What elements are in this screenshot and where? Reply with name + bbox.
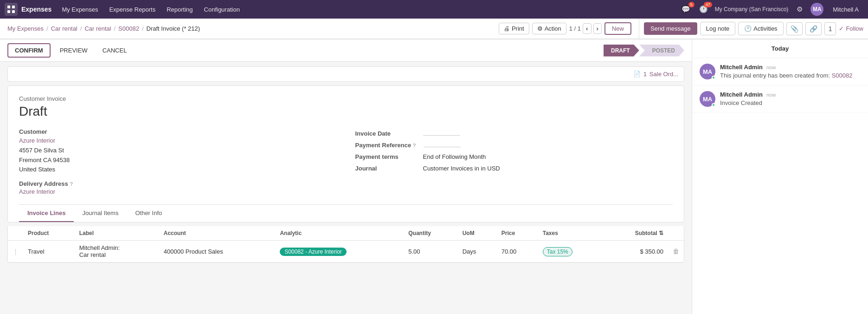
user-name-label[interactable]: Mitchell A — [828, 4, 863, 15]
journal-in: in — [475, 165, 479, 172]
msg-link-s00082[interactable]: S00082 — [832, 72, 853, 79]
row-label[interactable]: Mitchell Admin: Car rental — [75, 241, 159, 262]
row-price[interactable]: 70.00 — [497, 241, 538, 262]
invoice-date-value[interactable] — [423, 135, 460, 136]
row-account[interactable]: 400000 Product Sales — [159, 241, 276, 262]
invoice-type-label: Customer Invoice — [19, 95, 673, 102]
tab-other-info[interactable]: Other Info — [127, 205, 170, 222]
row-analytic[interactable]: S00082 - Azure Interior — [275, 241, 404, 262]
col-uom: UoM — [458, 226, 497, 241]
payment-ref-row: Payment Reference ? — [355, 142, 673, 149]
customer-address-1: 4557 De Silva St — [19, 146, 337, 156]
tab-journal-items[interactable]: Journal Items — [74, 205, 127, 222]
col-analytic: Analytic — [275, 226, 404, 241]
follow-button[interactable]: ✓ Follow — [839, 25, 863, 32]
settings-icon[interactable]: ⚙ — [793, 3, 806, 16]
col-quantity: Quantity — [404, 226, 457, 241]
chatter-message-body-2: Mitchell Admin now Invoice Created — [720, 91, 861, 107]
row-delete[interactable]: 🗑 — [668, 241, 684, 262]
msg-text-1: This journal entry has been created from… — [720, 72, 861, 79]
activities-button[interactable]: 🕐 Activities — [738, 22, 783, 35]
apps-grid-icon[interactable] — [5, 3, 18, 16]
delivery-address-value[interactable]: Azure Interior — [19, 188, 337, 195]
payment-terms-value[interactable]: End of Following Month — [423, 153, 486, 160]
chatter-message-body-1: Mitchell Admin now This journal entry ha… — [720, 64, 861, 79]
pager-prev-button[interactable]: ‹ — [583, 23, 591, 34]
cancel-button[interactable]: CANCEL — [97, 44, 133, 57]
col-price: Price — [497, 226, 538, 241]
journal-label: Journal — [355, 165, 416, 172]
preview-button[interactable]: PREVIEW — [54, 44, 93, 57]
sale-order-label: Sale Ord... — [649, 71, 678, 78]
invoice-tabs: Invoice Lines Journal Items Other Info — [19, 204, 673, 222]
payment-ref-value[interactable] — [424, 147, 461, 147]
chatter-action-bar: Send message Log note 🕐 Activities 📎 🔗 1… — [639, 19, 868, 39]
print-icon: 🖨 — [504, 25, 510, 32]
col-drag — [8, 226, 23, 241]
col-product: Product — [23, 226, 75, 241]
status-bar: DRAFT POSTED — [604, 45, 684, 57]
journal-name[interactable]: Customer Invoices — [423, 165, 473, 172]
action-button[interactable]: ⚙ Action — [532, 23, 566, 34]
print-button[interactable]: 🖨 Print — [499, 23, 529, 34]
nav-configuration[interactable]: Configuration — [199, 4, 244, 15]
journal-row-value: Customer Invoices in in USD — [423, 165, 500, 172]
link-button[interactable]: 🔗 — [805, 22, 822, 35]
breadcrumb-bar: My Expenses / Car rental / Car rental / … — [0, 19, 639, 39]
chat-icon[interactable]: 💬 5 — [680, 3, 693, 16]
new-button[interactable]: New — [604, 22, 631, 35]
row-quantity[interactable]: 5.00 — [404, 241, 457, 262]
nav-my-expenses[interactable]: My Expenses — [57, 4, 103, 15]
invoice-form: Customer Invoice Draft Customer Azure In… — [7, 85, 684, 222]
chatter-message-1: MA Mitchell Admin now This journal entry… — [692, 58, 868, 85]
journal-row: Journal Customer Invoices in in USD — [355, 165, 673, 172]
invoice-title: Draft — [19, 104, 673, 119]
status-draft: DRAFT — [604, 45, 639, 57]
sale-order-link[interactable]: 📄 1 Sale Ord... — [633, 71, 678, 78]
breadcrumb-my-expenses[interactable]: My Expenses — [7, 25, 44, 32]
customer-address-3: United States — [19, 165, 337, 175]
msg-text-2: Invoice Created — [720, 99, 861, 106]
payment-ref-help: ? — [413, 143, 416, 148]
invoice-date-row: Invoice Date — [355, 130, 673, 137]
breadcrumb-car-rental-2[interactable]: Car rental — [84, 25, 111, 32]
nav-reporting[interactable]: Reporting — [162, 4, 197, 15]
clock-icon[interactable]: 🕐 47 — [697, 3, 710, 16]
customer-address-2: Fremont CA 94538 — [19, 156, 337, 165]
main-layout: CONFIRM PREVIEW CANCEL DRAFT POSTED 📄 1 … — [0, 39, 868, 314]
user-avatar[interactable]: MA — [810, 3, 823, 16]
chatter-avatar-2: MA — [700, 91, 715, 107]
reorder-icon[interactable]: ⇅ — [659, 230, 663, 236]
log-note-button[interactable]: Log note — [700, 22, 736, 35]
sale-order-count: 1 — [643, 71, 647, 78]
breadcrumb-car-rental-1[interactable]: Car rental — [51, 25, 77, 32]
customer-address: Azure Interior 4557 De Silva St Fremont … — [19, 136, 337, 175]
pager-next-button[interactable]: › — [593, 23, 602, 34]
msg-time-2: now — [766, 92, 776, 98]
journal-currency: USD — [487, 165, 500, 172]
customer-field: Customer Azure Interior 4557 De Silva St… — [19, 128, 337, 175]
online-indicator-2 — [712, 103, 715, 107]
attachment-button[interactable]: 📎 — [786, 22, 803, 35]
tab-invoice-lines[interactable]: Invoice Lines — [19, 205, 74, 222]
customer-name[interactable]: Azure Interior — [19, 136, 337, 146]
delivery-address-label: Delivery Address ? — [19, 180, 337, 187]
clock-badge: 47 — [704, 2, 712, 7]
msg-author-1: Mitchell Admin — [720, 64, 763, 71]
row-taxes[interactable]: Tax 15% — [538, 241, 604, 262]
breadcrumb-s00082[interactable]: S00082 — [118, 25, 139, 32]
followers-button[interactable]: 1 — [824, 22, 836, 35]
send-message-button[interactable]: Send message — [644, 22, 697, 35]
record-pager: 1 / 1 ‹ › — [569, 23, 602, 34]
nav-expense-reports[interactable]: Expense Reports — [104, 4, 160, 15]
breadcrumb-current: Draft Invoice (* 212) — [147, 25, 200, 32]
activities-clock-icon: 🕐 — [744, 25, 752, 32]
row-subtotal: $ 350.00 — [604, 241, 668, 262]
online-indicator-1 — [712, 76, 715, 79]
confirm-button[interactable]: CONFIRM — [7, 43, 51, 58]
row-product[interactable]: Travel — [23, 241, 75, 262]
drag-handle[interactable]: ⋮ — [8, 241, 23, 262]
row-uom[interactable]: Days — [458, 241, 497, 262]
svg-rect-1 — [12, 6, 15, 8]
company-name: My Company (San Francisco) — [715, 6, 789, 13]
